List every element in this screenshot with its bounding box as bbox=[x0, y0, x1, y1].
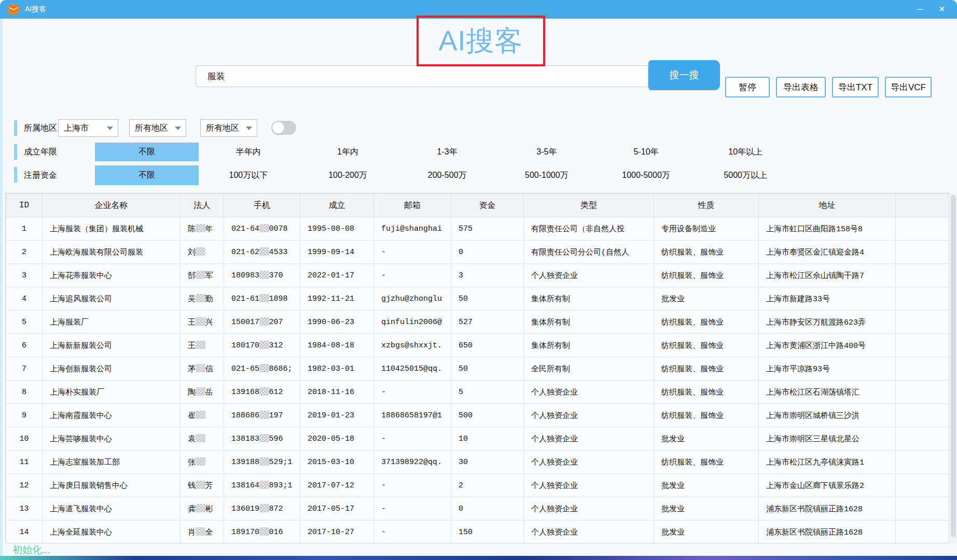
column-header[interactable]: 邮箱 bbox=[374, 194, 451, 217]
column-header[interactable]: 手机 bbox=[224, 194, 300, 217]
years-option-unlimited-selected[interactable]: 不限 bbox=[95, 143, 199, 161]
cell-founded: 2017-10-27 bbox=[300, 521, 374, 544]
close-button[interactable]: ✕ bbox=[931, 0, 953, 19]
search-input[interactable] bbox=[196, 65, 648, 87]
cell-id: 2 bbox=[6, 241, 43, 264]
table-row[interactable]: 12上海庚日服装销售中心钱芳138164893;12017-07-12-2个人独… bbox=[6, 474, 950, 497]
column-header[interactable]: 资金 bbox=[451, 194, 524, 217]
scrollbar-thumb[interactable] bbox=[951, 195, 956, 537]
column-header[interactable]: 企业名称 bbox=[43, 194, 181, 217]
filter-option[interactable]: 3-5年 bbox=[497, 143, 597, 161]
export-table-button[interactable]: 导出表格 bbox=[776, 77, 826, 97]
filter-option[interactable]: 100万以下 bbox=[199, 165, 298, 185]
cell-type: 集体所有制 bbox=[524, 287, 654, 311]
region-toggle-switch[interactable] bbox=[271, 121, 296, 135]
province-select[interactable]: 上海市 bbox=[58, 119, 118, 137]
filter-option[interactable]: 5-10年 bbox=[597, 143, 696, 161]
redacted-text bbox=[259, 364, 269, 372]
table-row[interactable]: 2上海欧海服装有限公司服装刘021-6245331999-09-14-0有限责任… bbox=[6, 241, 950, 264]
cell-company: 上海追风服装公司 bbox=[43, 287, 181, 311]
table-row[interactable]: 8上海朴实服装厂陶岳1391686122018-11-16-5个人独资企业纺织服… bbox=[6, 381, 950, 404]
cell-industry: 纺织服装、服饰业 bbox=[654, 334, 759, 357]
column-header[interactable]: ID bbox=[6, 194, 43, 217]
redacted-text bbox=[259, 271, 269, 279]
cell-legal-person: 吴勤 bbox=[181, 287, 224, 311]
export-vcf-button[interactable]: 导出VCF bbox=[885, 77, 932, 97]
pause-button[interactable]: 暂停 bbox=[725, 77, 770, 97]
table-row[interactable]: 14上海全延服装中心肖全1891700162017-10-27-150个人独资企… bbox=[6, 521, 950, 544]
cell-phone: 188686197 bbox=[224, 404, 300, 427]
table-row[interactable]: 13上海道飞服装中心龚彬1360198722017-05-17-0个人独资企业批… bbox=[6, 497, 950, 521]
toggle-knob bbox=[272, 122, 284, 134]
cell-type: 全民所有制 bbox=[524, 357, 654, 381]
filter-option[interactable]: 200-500万 bbox=[397, 165, 497, 185]
capital-option-unlimited-selected[interactable]: 不限 bbox=[95, 165, 199, 185]
filter-option[interactable]: 10年以上 bbox=[696, 143, 795, 161]
table-row[interactable]: 4上海追风服装公司吴勤021-6118981992-11-21gjzhu@zho… bbox=[6, 287, 950, 311]
cell-legal-person: 王兴 bbox=[181, 311, 224, 334]
cell-extra bbox=[896, 474, 950, 497]
filter-option[interactable]: 1000-5000万 bbox=[597, 165, 696, 185]
redacted-text bbox=[259, 411, 269, 419]
column-header[interactable]: 地址 bbox=[759, 194, 896, 217]
cell-phone: 180983370 bbox=[224, 264, 300, 287]
capital-options-row: 100万以下100-200万200-500万500-1000万1000-5000… bbox=[199, 165, 795, 185]
cell-id: 5 bbox=[6, 311, 43, 334]
years-filter-label: 成立年限 bbox=[24, 143, 57, 161]
cell-industry: 批发业 bbox=[654, 287, 759, 311]
redacted-text bbox=[196, 481, 205, 489]
table-row[interactable]: 7上海创新服装公司茅信021-658686;1982-03-0111042501… bbox=[6, 357, 950, 381]
redacted-text bbox=[196, 411, 205, 419]
cell-extra bbox=[896, 241, 950, 264]
table-row[interactable]: 5上海服装厂王兴1500172071990-06-23qinfulin2006@… bbox=[6, 311, 950, 334]
column-header[interactable]: 成立 bbox=[300, 194, 374, 217]
cell-industry: 纺织服装、服饰业 bbox=[654, 451, 759, 474]
cell-capital: 2 bbox=[451, 474, 524, 497]
cell-email: - bbox=[374, 427, 451, 451]
cell-address: 上海市崇明区三星镇北星公 bbox=[759, 427, 896, 451]
redacted-text bbox=[196, 341, 205, 349]
vertical-scrollbar[interactable] bbox=[950, 193, 957, 543]
filter-option[interactable]: 1年内 bbox=[298, 143, 398, 161]
redacted-text bbox=[196, 271, 205, 279]
filter-option[interactable]: 100-200万 bbox=[298, 165, 398, 185]
cell-company: 上海南霞服装中心 bbox=[43, 404, 181, 427]
cell-founded: 2018-11-16 bbox=[300, 381, 374, 404]
export-txt-button[interactable]: 导出TXT bbox=[832, 77, 879, 97]
filter-option[interactable]: 5000万以上 bbox=[696, 165, 795, 185]
cell-capital: 5 bbox=[451, 381, 524, 404]
cell-type: 个人独资企业 bbox=[524, 381, 654, 404]
column-header[interactable]: 性质 bbox=[654, 194, 759, 217]
table-row[interactable]: 11上海志室服装加工部张139188529;12015-03-103713989… bbox=[6, 451, 950, 474]
cell-address: 浦东新区书院镇丽正路1628 bbox=[759, 497, 896, 521]
city-select[interactable]: 所有地区 bbox=[129, 119, 186, 137]
table-row[interactable]: 10上海芸哆服装中心袁1381835962020-05-18-10个人独资企业批… bbox=[6, 427, 950, 451]
table-row[interactable]: 1上海服装（集团）服装机械陈年021-6400781995-08-08fuji@… bbox=[6, 217, 950, 241]
cell-extra bbox=[896, 521, 950, 544]
cell-phone: 139188529;1 bbox=[224, 451, 300, 474]
chevron-down-icon bbox=[175, 127, 181, 130]
cell-email: - bbox=[374, 521, 451, 544]
column-header[interactable]: 类型 bbox=[524, 194, 654, 217]
cell-legal-person: 王 bbox=[181, 334, 224, 357]
district-select[interactable]: 所有地区 bbox=[200, 119, 257, 137]
cell-extra bbox=[896, 381, 950, 404]
app-window: AI搜客 ─ ✕ AI搜客 搜一搜 暂停 导出表格 导出TXT 导出VCF 所属… bbox=[0, 0, 957, 560]
minimize-button[interactable]: ─ bbox=[909, 0, 931, 19]
cell-capital: 10 bbox=[451, 427, 524, 451]
redacted-text bbox=[196, 224, 205, 232]
filter-option[interactable]: 500-1000万 bbox=[497, 165, 597, 185]
filter-option[interactable]: 1-3年 bbox=[397, 143, 497, 161]
table-row[interactable]: 9上海南霞服装中心崔1886861972019-01-2318868658197… bbox=[6, 404, 950, 427]
redacted-text bbox=[196, 294, 205, 302]
table-row[interactable]: 6上海新新服装公司王1801703121984-08-18xzbgs@shxxj… bbox=[6, 334, 950, 357]
cell-company: 上海欧海服装有限公司服装 bbox=[43, 241, 181, 264]
cell-phone: 021-624533 bbox=[224, 241, 300, 264]
table-row[interactable]: 3上海花蒂服装中心郜军1809833702022-01-17-3个人独资企业纺织… bbox=[6, 264, 950, 287]
cell-id: 8 bbox=[6, 381, 43, 404]
search-button[interactable]: 搜一搜 bbox=[648, 60, 720, 90]
cell-address: 上海市平凉路93号 bbox=[759, 357, 896, 381]
filter-option[interactable]: 半年内 bbox=[199, 143, 298, 161]
cell-capital: 3 bbox=[451, 264, 524, 287]
column-header[interactable]: 法人 bbox=[181, 194, 224, 217]
